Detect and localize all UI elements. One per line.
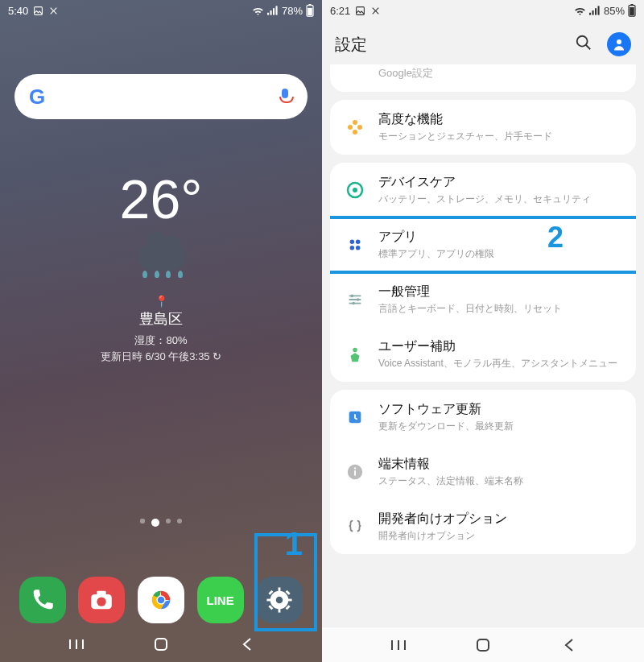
- devicecare-icon: [345, 180, 365, 201]
- settings-row-apps[interactable]: アプリ標準アプリ、アプリの権限2: [330, 217, 636, 272]
- settings-row-general[interactable]: 一般管理言語とキーボード、日付と時刻、リセット: [330, 272, 636, 327]
- svg-rect-16: [279, 587, 281, 592]
- settings-title: 設定: [335, 34, 367, 56]
- settings-screen: 6:21 85% 設定: [322, 0, 644, 662]
- recents-button[interactable]: [68, 635, 85, 653]
- row-subtitle: バッテリー、ストレージ、メモリ、セキュリティ: [378, 192, 621, 206]
- update-icon: [345, 407, 365, 428]
- weather-widget[interactable]: 26° 📍 豊島区 湿度：80% 更新日時 6/30 午後3:35 ↻: [0, 168, 322, 364]
- person-icon: [345, 344, 365, 365]
- svg-rect-32: [597, 6, 599, 14]
- row-subtitle: 言語とキーボード、日付と時刻、リセット: [378, 302, 621, 316]
- settings-list[interactable]: Google設定 高度な機能モーションとジェスチャー、片手モードデバイスケアバッ…: [322, 61, 644, 554]
- settings-group: 高度な機能モーションとジェスチャー、片手モード: [330, 100, 636, 155]
- image-icon: [33, 6, 43, 16]
- svg-point-41: [348, 125, 353, 130]
- svg-rect-6: [308, 4, 311, 6]
- row-title: ソフトウェア更新: [378, 401, 621, 418]
- home-button[interactable]: [474, 636, 492, 654]
- row-body: アプリ標準アプリ、アプリの権限: [378, 229, 621, 261]
- settings-header: 設定: [322, 21, 644, 61]
- settings-row-about[interactable]: 端末情報ステータス、法定情報、端末名称: [330, 445, 636, 499]
- svg-rect-7: [308, 8, 312, 15]
- battery-icon: [628, 4, 636, 17]
- voice-search-icon[interactable]: [277, 89, 293, 105]
- svg-rect-17: [279, 608, 281, 613]
- svg-rect-29: [589, 13, 591, 15]
- svg-rect-64: [477, 639, 489, 651]
- tools-icon: [370, 6, 381, 16]
- row-body: 高度な機能モーションとジェスチャー、片手モード: [378, 111, 621, 143]
- braces-icon: [345, 516, 365, 537]
- settings-row-accessibility[interactable]: ユーザー補助Voice Assistant、モノラル再生、アシスタントメニュー: [330, 327, 636, 382]
- settings-row-advanced[interactable]: 高度な機能モーションとジェスチャー、片手モード: [330, 100, 636, 155]
- svg-rect-4: [275, 6, 277, 14]
- profile-avatar-icon[interactable]: [607, 32, 631, 56]
- row-subtitle: ステータス、法定情報、端末名称: [378, 474, 621, 488]
- page-indicator: [0, 519, 322, 527]
- svg-rect-0: [35, 6, 43, 14]
- camera-app-icon[interactable]: [78, 577, 125, 623]
- row-body: 端末情報ステータス、法定情報、端末名称: [378, 456, 621, 488]
- svg-rect-28: [357, 6, 365, 14]
- recents-button[interactable]: [390, 636, 407, 654]
- svg-rect-19: [287, 599, 292, 602]
- svg-point-43: [353, 125, 357, 130]
- row-title: アプリ: [378, 229, 621, 246]
- row-subtitle: モーションとジェスチャー、片手モード: [378, 130, 621, 143]
- svg-point-36: [577, 36, 588, 47]
- status-battery-pct: 85%: [604, 5, 625, 17]
- row-title: 高度な機能: [378, 111, 621, 128]
- signal-icon: [267, 6, 279, 15]
- svg-rect-1: [267, 13, 269, 15]
- svg-point-49: [356, 246, 361, 250]
- back-button[interactable]: [559, 636, 577, 654]
- settings-row-software-update[interactable]: ソフトウェア更新更新をダウンロード、最終更新: [330, 390, 636, 445]
- svg-rect-30: [592, 10, 593, 15]
- phone-app-icon[interactable]: [19, 577, 66, 623]
- row-subtitle: Voice Assistant、モノラル再生、アシスタントメニュー: [378, 357, 621, 370]
- line-label: LINE: [207, 594, 234, 607]
- row-title: デバイスケア: [378, 174, 621, 191]
- annotation-number-2: 2: [547, 221, 564, 254]
- home-button[interactable]: [152, 635, 170, 653]
- info-icon: [345, 461, 365, 482]
- status-bar: 6:21 85%: [322, 0, 644, 21]
- settings-app-icon[interactable]: [256, 577, 303, 623]
- google-settings-row[interactable]: Google設定: [330, 64, 636, 92]
- row-body: ユーザー補助Voice Assistant、モノラル再生、アシスタントメニュー: [378, 338, 621, 370]
- google-search-bar[interactable]: G: [14, 74, 308, 119]
- row-body: デバイスケアバッテリー、ストレージ、メモリ、セキュリティ: [378, 174, 621, 206]
- tools-icon: [48, 6, 59, 16]
- row-subtitle: 標準アプリ、アプリの権限: [378, 247, 621, 261]
- settings-row-developer[interactable]: 開発者向けオプション開発者向けオプション: [330, 499, 636, 554]
- settings-row-device-care[interactable]: デバイスケアバッテリー、ストレージ、メモリ、セキュリティ: [330, 163, 636, 217]
- svg-rect-2: [270, 10, 271, 15]
- weather-location: 豊島区: [0, 309, 322, 329]
- dock: LINE: [0, 577, 322, 623]
- row-title: 開発者向けオプション: [378, 511, 621, 528]
- line-app-icon[interactable]: LINE: [197, 577, 244, 623]
- svg-rect-59: [354, 470, 356, 475]
- nav-bar: [322, 627, 644, 662]
- row-title: ユーザー補助: [378, 338, 621, 355]
- svg-point-13: [158, 597, 165, 604]
- wifi-icon: [574, 6, 586, 15]
- svg-point-42: [357, 125, 362, 130]
- sliders-icon: [345, 289, 365, 310]
- wifi-icon: [252, 6, 264, 15]
- svg-rect-27: [155, 639, 167, 650]
- weather-temp: 26°: [0, 168, 322, 230]
- search-icon[interactable]: [575, 34, 592, 55]
- chrome-app-icon[interactable]: [138, 577, 184, 623]
- status-time: 6:21: [330, 5, 350, 17]
- svg-point-55: [352, 302, 355, 305]
- svg-point-46: [350, 240, 355, 245]
- row-title: 一般管理: [378, 283, 621, 300]
- svg-point-38: [617, 39, 621, 44]
- row-body: ソフトウェア更新更新をダウンロード、最終更新: [378, 401, 621, 433]
- settings-group: デバイスケアバッテリー、ストレージ、メモリ、セキュリティアプリ標準アプリ、アプリ…: [330, 163, 636, 382]
- back-button[interactable]: [237, 635, 255, 653]
- image-icon: [355, 6, 365, 16]
- weather-updated: 更新日時 6/30 午後3:35 ↻: [0, 350, 322, 364]
